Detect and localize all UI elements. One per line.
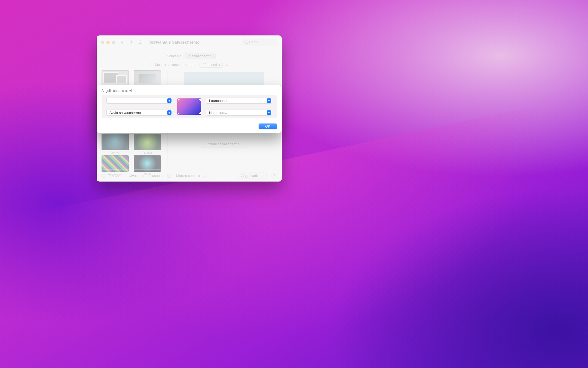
corner-marker-tl-icon	[178, 99, 180, 101]
screen-thumbnail	[177, 98, 201, 115]
chevron-updown-icon	[267, 98, 271, 103]
corner-top-right-dropdown[interactable]: Launchpad	[206, 98, 272, 104]
corner-top-left-value: -	[109, 99, 111, 103]
corner-top-left-dropdown[interactable]: -	[106, 98, 172, 104]
corner-marker-tr-icon	[198, 99, 201, 101]
corner-bottom-right-dropdown[interactable]: Nota rapida	[206, 110, 272, 116]
chevron-updown-icon	[167, 98, 171, 103]
sheet-title: Angoli schermo attivi	[102, 89, 277, 93]
chevron-updown-icon	[267, 110, 271, 115]
desktop-wallpaper	[0, 0, 588, 368]
corner-top-right-value: Launchpad	[209, 99, 226, 103]
corner-bottom-left-dropdown[interactable]: Avvia salvaschermo	[106, 110, 172, 116]
corner-marker-bl-icon	[178, 112, 180, 114]
corner-bottom-left-value: Avvia salvaschermo	[109, 111, 141, 115]
hot-corners-sheet: Angoli schermo attivi - Launchpad Avvia …	[97, 85, 282, 133]
corner-marker-br-icon	[198, 112, 201, 114]
ok-button[interactable]: OK	[259, 123, 277, 129]
hot-corners-grid: - Launchpad Avvia salvaschermo Nota rapi…	[102, 95, 277, 118]
corner-bottom-right-value: Nota rapida	[209, 111, 227, 115]
chevron-updown-icon	[167, 110, 171, 115]
